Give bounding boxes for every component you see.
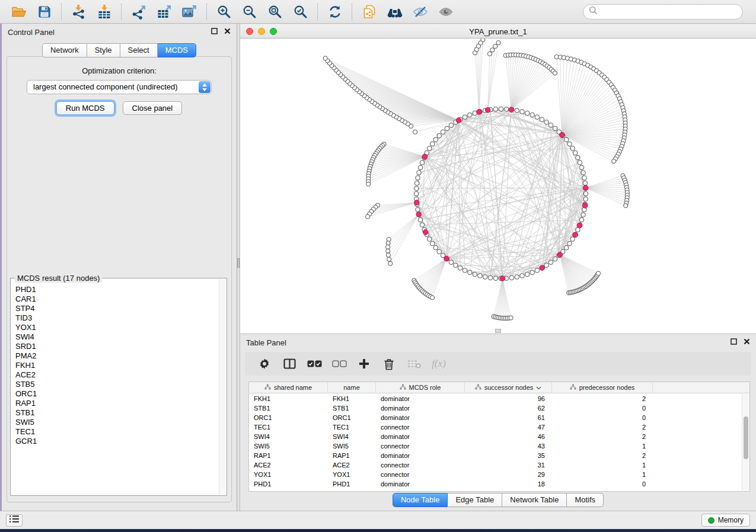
zoom-selected-icon[interactable] <box>288 2 313 22</box>
table-cell[interactable]: dominator <box>376 479 465 489</box>
settings-gear-icon[interactable] <box>252 354 277 374</box>
zoom-fit-icon[interactable] <box>262 2 288 22</box>
search-input[interactable] <box>601 8 737 16</box>
table-cell[interactable]: TEC1 <box>328 422 376 432</box>
table-scrollbar-thumb[interactable] <box>744 416 748 459</box>
zoom-out-icon[interactable] <box>237 2 262 22</box>
table-cell[interactable]: TEC1 <box>249 422 328 432</box>
table-row[interactable]: STB1STB1dominator620 <box>249 403 741 413</box>
window-close-icon[interactable] <box>246 28 253 35</box>
table-row[interactable]: ACE2ACE2connector311 <box>249 460 741 470</box>
table-cell[interactable]: ACE2 <box>249 460 328 470</box>
table-cell[interactable]: PHD1 <box>328 479 376 489</box>
table-row[interactable]: YOX1YOX1connector291 <box>249 470 741 479</box>
export-table-icon[interactable] <box>151 2 177 22</box>
tab-edge-table[interactable]: Edge Table <box>448 493 502 507</box>
mcds-result-item[interactable]: PHD1 <box>15 285 218 294</box>
copy-view-icon[interactable] <box>356 2 382 22</box>
table-cell[interactable]: 1 <box>552 470 653 479</box>
table-cell[interactable]: 46 <box>465 432 552 441</box>
table-cell[interactable]: FKH1 <box>249 394 328 403</box>
memory-button[interactable]: Memory <box>701 514 750 527</box>
table-cell[interactable]: 1 <box>552 460 653 470</box>
import-table-icon[interactable] <box>91 2 117 22</box>
window-maximize-icon[interactable] <box>270 28 277 35</box>
table-cell[interactable]: 0 <box>552 479 653 489</box>
close-panel-button[interactable]: Close panel <box>123 101 183 115</box>
network-graph[interactable] <box>240 39 755 334</box>
mcds-result-item[interactable]: GCR1 <box>15 437 218 446</box>
splitter-handle[interactable] <box>237 258 240 268</box>
deselect-all-icon[interactable] <box>327 354 352 374</box>
mcds-result-item[interactable]: TID3 <box>15 313 218 323</box>
mcds-result-item[interactable]: CAR1 <box>15 294 218 304</box>
table-row[interactable]: SWI4SWI4dominator462 <box>249 432 741 441</box>
table-scrollbar[interactable] <box>742 394 749 491</box>
table-cell[interactable]: 2 <box>552 394 653 403</box>
import-network-icon[interactable] <box>66 2 91 22</box>
save-session-icon[interactable] <box>31 2 57 22</box>
table-cell[interactable]: 2 <box>552 422 653 432</box>
table-cell[interactable]: YOX1 <box>328 470 376 479</box>
export-image-icon[interactable] <box>177 2 202 22</box>
search-box[interactable] <box>583 4 743 20</box>
mcds-result-item[interactable]: RAP1 <box>15 399 218 408</box>
table-cell[interactable]: 61 <box>465 413 552 422</box>
table-cell[interactable]: dominator <box>376 403 465 413</box>
table-row[interactable]: PHD1PHD1dominator180 <box>249 479 741 489</box>
table-cell[interactable]: dominator <box>376 394 465 403</box>
table-cell[interactable]: 1 <box>552 441 653 451</box>
table-cell[interactable]: 35 <box>465 451 552 460</box>
column-header-predecessor-nodes[interactable]: predecessor nodes <box>552 382 653 393</box>
table-cell[interactable]: 0 <box>552 413 653 422</box>
select-all-icon[interactable] <box>302 354 327 374</box>
table-cell[interactable]: STB1 <box>249 403 328 413</box>
tab-style[interactable]: Style <box>87 43 120 57</box>
delete-column-icon[interactable] <box>377 354 401 374</box>
table-cell[interactable]: 2 <box>552 432 653 441</box>
float-panel-icon[interactable] <box>211 28 218 34</box>
close-table-panel-icon[interactable] <box>744 338 750 345</box>
table-cell[interactable]: PHD1 <box>249 479 328 489</box>
optimization-criterion-select[interactable]: largest connected component (undirected) <box>27 80 212 94</box>
show-all-icon[interactable] <box>433 2 458 22</box>
table-cell[interactable]: dominator <box>376 413 465 422</box>
mcds-result-item[interactable]: SWI5 <box>15 418 218 427</box>
tab-mcds[interactable]: MCDS <box>158 43 196 57</box>
table-cell[interactable]: ORC1 <box>249 413 328 422</box>
first-neighbors-icon[interactable] <box>382 2 407 22</box>
table-cell[interactable]: SWI4 <box>328 432 376 441</box>
table-cell[interactable]: connector <box>376 470 465 479</box>
table-row[interactable]: TEC1TEC1connector472 <box>249 422 741 432</box>
run-mcds-button[interactable]: Run MCDS <box>56 101 114 115</box>
table-cell[interactable]: RAP1 <box>249 451 328 460</box>
export-network-icon[interactable] <box>126 2 151 22</box>
column-selector-icon[interactable] <box>277 354 302 374</box>
column-header-MCDS-role[interactable]: MCDS role <box>376 382 465 393</box>
tab-node-table[interactable]: Node Table <box>393 493 448 507</box>
refresh-style-icon[interactable] <box>322 2 347 22</box>
table-row[interactable]: RAP1RAP1dominator352 <box>249 451 741 460</box>
table-cell[interactable]: YOX1 <box>249 470 328 479</box>
tab-network-table[interactable]: Network Table <box>502 493 567 507</box>
table-cell[interactable]: ORC1 <box>328 413 376 422</box>
canvas-splitter-handle[interactable] <box>495 329 501 333</box>
table-cell[interactable]: RAP1 <box>328 451 376 460</box>
mcds-result-scrollbar[interactable] <box>219 279 226 495</box>
tab-motifs[interactable]: Motifs <box>567 493 604 507</box>
table-cell[interactable]: STB1 <box>328 403 376 413</box>
mcds-result-item[interactable]: ORC1 <box>15 389 218 399</box>
table-cell[interactable]: SWI5 <box>328 441 376 451</box>
mcds-result-item[interactable]: FKH1 <box>15 361 218 370</box>
mcds-result-list[interactable]: PHD1CAR1STP4TID3YOX1SWI4SRD1PMA2FKH1ACE2… <box>11 279 218 495</box>
table-cell[interactable]: 2 <box>552 451 653 460</box>
table-row[interactable]: ORC1ORC1dominator610 <box>249 413 741 422</box>
mcds-result-item[interactable]: STP4 <box>15 304 218 313</box>
table-row[interactable]: FKH1FKH1dominator962 <box>249 394 741 403</box>
table-cell[interactable]: connector <box>376 422 465 432</box>
table-cell[interactable]: connector <box>376 460 465 470</box>
mcds-result-item[interactable]: SRD1 <box>15 342 218 351</box>
tab-select[interactable]: Select <box>120 43 158 57</box>
table-cell[interactable]: ACE2 <box>328 460 376 470</box>
network-list-button[interactable] <box>6 514 23 527</box>
